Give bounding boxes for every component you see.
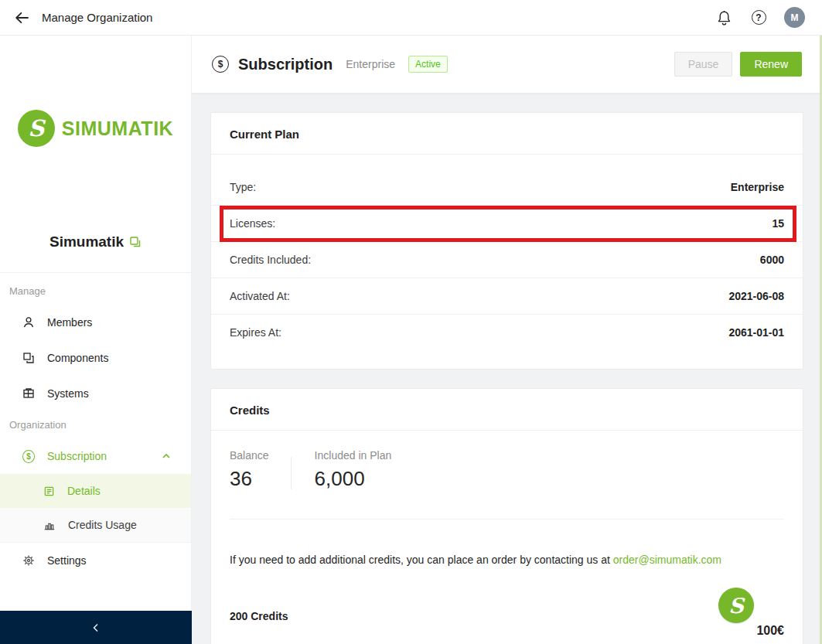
sidebar-item-systems[interactable]: Systems (0, 376, 191, 411)
plan-row-label: Activated At: (230, 290, 290, 302)
sidebar-item-subscription[interactable]: $ Subscription (0, 438, 191, 474)
gear-icon (22, 554, 35, 567)
sidebar-item-label: Members (47, 316, 92, 329)
sidebar-item-credits-usage[interactable]: Credits Usage (0, 508, 191, 542)
topbar: Manage Organization ? M (0, 0, 822, 36)
plan-row-label: Credits Included: (230, 254, 311, 266)
plan-row-expires-at: Expires At: 2061-01-01 (211, 314, 803, 350)
organization-name: Simumatik (49, 233, 124, 250)
components-icon (22, 352, 35, 364)
chevron-up-icon (162, 452, 171, 460)
included-label: Included in Plan (315, 449, 392, 462)
plan-row-value: Enterprise (731, 181, 784, 193)
sidebar-item-label: Settings (47, 554, 87, 567)
help-icon: ? (752, 10, 766, 25)
sidebar-item-label: Details (67, 485, 101, 497)
subscription-title: Subscription (238, 56, 333, 73)
sidebar-item-label: Subscription (47, 450, 107, 462)
order-note-text: If you need to add additional credits, y… (230, 554, 613, 566)
copy-icon (129, 236, 142, 248)
page-title: Manage Organization (42, 11, 152, 24)
sidebar-item-settings[interactable]: Settings (0, 543, 191, 578)
plan-row-type: Type: Enterprise (211, 169, 803, 205)
notifications-button[interactable] (715, 9, 733, 27)
credit-offer-row: 200 Credits S 100€ (211, 577, 803, 644)
main-area: $ Subscription Enterprise Active Pause R… (192, 36, 822, 644)
included-stat: Included in Plan 6,000 (315, 449, 392, 491)
subscription-submenu: Details Credits Usage (0, 474, 191, 543)
sidebar-item-label: Systems (47, 387, 89, 400)
credits-divider (230, 519, 784, 520)
status-badge: Active (408, 56, 448, 73)
current-plan-rows: Type: Enterprise Licenses: 15 Credits In… (211, 155, 803, 369)
included-value: 6,000 (315, 467, 392, 491)
sidebar-item-members[interactable]: Members (0, 305, 191, 340)
content: Current Plan Type: Enterprise Licenses: … (192, 94, 822, 644)
plan-row-value: 15 (772, 217, 784, 230)
renew-button[interactable]: Renew (740, 52, 802, 77)
plan-row-licenses: Licenses: 15 (211, 205, 803, 241)
order-note: If you need to add additional credits, y… (211, 530, 803, 566)
balance-label: Balance (230, 449, 269, 462)
order-email-link[interactable]: order@simumatik.com (613, 554, 721, 566)
sidebar-item-details[interactable]: Details (0, 474, 191, 508)
section-label-manage: Manage (0, 273, 191, 305)
sidebar-item-label: Components (47, 352, 108, 364)
bell-icon (717, 10, 732, 26)
simumatik-logo-text: SIMUMATIK (62, 118, 173, 140)
person-icon (22, 316, 35, 329)
sidebar: S SIMUMATIK Simumatik Manage Members (0, 36, 192, 644)
sidebar-item-label: Credits Usage (68, 519, 137, 531)
back-arrow-icon (14, 10, 29, 26)
help-button[interactable]: ? (749, 9, 768, 27)
subscription-header: $ Subscription Enterprise Active Pause R… (192, 36, 822, 94)
organization-name-row: Simumatik (0, 233, 191, 250)
plan-row-label: Type: (230, 181, 256, 193)
plan-row-label: Expires At: (230, 326, 281, 339)
systems-icon (22, 387, 35, 400)
annotation-highlight-box (220, 206, 796, 242)
plan-row-label: Licenses: (230, 217, 275, 230)
section-label-organization: Organization (0, 411, 191, 438)
offer-credits-label: 200 Credits (230, 610, 288, 622)
plan-type-label: Enterprise (346, 58, 395, 70)
plan-row-credits-included: Credits Included: 6000 (211, 241, 803, 278)
topbar-actions: ? M (715, 7, 811, 28)
chevron-left-icon (90, 622, 101, 633)
copy-org-id-button[interactable] (129, 236, 142, 248)
sidebar-collapse-trigger[interactable] (0, 611, 192, 644)
plan-row-activated-at: Activated At: 2021-06-08 (211, 278, 803, 314)
back-button[interactable] (11, 7, 32, 29)
stat-separator (291, 457, 292, 489)
sidebar-item-components[interactable]: Components (0, 340, 191, 376)
offer-price-group: S 100€ (718, 588, 784, 638)
offer-price: 100€ (756, 624, 784, 638)
current-plan-card: Current Plan Type: Enterprise Licenses: … (210, 112, 803, 370)
current-plan-title: Current Plan (211, 113, 803, 155)
balance-value: 36 (230, 467, 269, 491)
credits-title: Credits (211, 389, 803, 431)
plan-row-value: 2021-06-08 (728, 290, 784, 302)
subscription-dollar-icon: $ (212, 56, 229, 73)
credits-stats: Balance 36 Included in Plan 6,000 (211, 431, 803, 519)
simumatik-logo-icon: S (18, 110, 55, 147)
pause-button[interactable]: Pause (674, 52, 733, 77)
details-icon (43, 486, 55, 497)
simumatik-logo: S SIMUMATIK (0, 110, 191, 147)
dollar-circle-icon: $ (22, 450, 35, 463)
bar-chart-icon (43, 519, 56, 531)
credits-card: Credits Balance 36 Included in Plan 6,00… (210, 388, 803, 644)
plan-row-value: 6000 (760, 254, 784, 266)
simumatik-coin-icon: S (718, 588, 754, 623)
header-buttons: Pause Renew (674, 52, 802, 77)
plan-row-value: 2061-01-01 (728, 326, 784, 339)
user-avatar[interactable]: M (784, 7, 805, 28)
balance-stat: Balance 36 (230, 449, 269, 491)
